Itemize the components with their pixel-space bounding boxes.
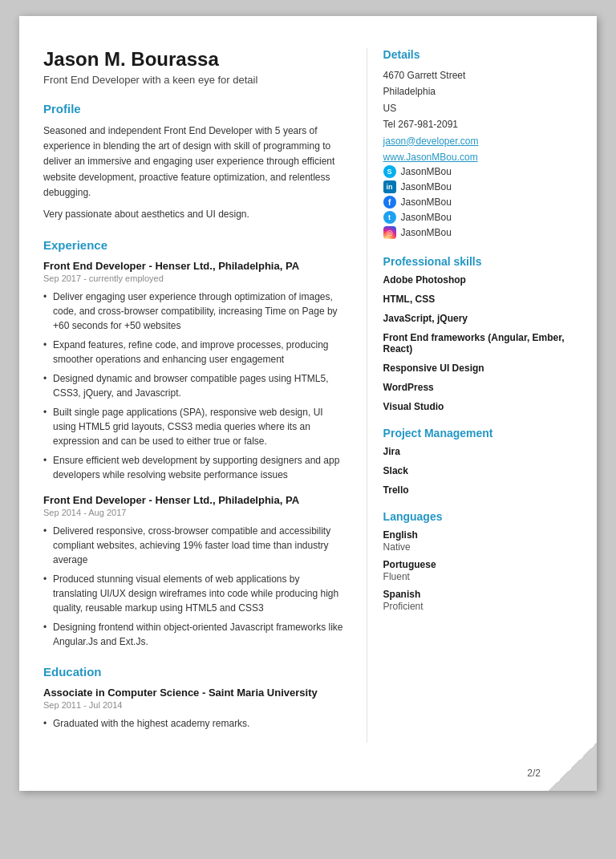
facebook-handle: JasonMBou <box>401 197 452 208</box>
applicant-tagline: Front End Developer with a keen eye for … <box>43 74 346 86</box>
pm-tool-1: Jira <box>383 446 573 457</box>
bullet: Deliver engaging user experience through… <box>43 290 346 333</box>
bullet: Designing frontend within object-oriente… <box>43 620 346 649</box>
job-2: Front End Developer - Henser Ltd., Phila… <box>43 494 346 649</box>
details-section: 4670 Garrett Street Philadelphia US Tel … <box>383 67 573 239</box>
resume-page: Jason M. Bourassa Front End Developer wi… <box>19 16 597 791</box>
education-section-title: Education <box>43 665 346 679</box>
job-1: Front End Developer - Henser Ltd., Phila… <box>43 260 346 482</box>
skill-1: Adobe Photoshop <box>383 274 573 286</box>
job-2-bullets: Delivered responsive, cross-browser comp… <box>43 524 346 649</box>
profile-section-title: Profile <box>43 102 346 115</box>
project-management-title: Project Management <box>383 427 573 440</box>
linkedin-icon: in <box>383 180 396 193</box>
professional-skills-list: Adobe Photoshop HTML, CSS JavaScript, jQ… <box>383 274 573 412</box>
skype-icon: S <box>383 165 396 178</box>
edu-1-bullets: Graduated with the highest academy remar… <box>43 716 346 731</box>
job-2-date: Sep 2014 - Aug 2017 <box>43 508 346 517</box>
skype-handle: JasonMBou <box>401 166 452 177</box>
bullet: Produced stunning visual elements of web… <box>43 572 346 615</box>
lang-1-level: Native <box>383 541 573 553</box>
address-line1: 4670 Garrett Street <box>383 67 573 83</box>
bullet: Ensure efficient web development by supp… <box>43 453 346 482</box>
education-entry-1: Associate in Computer Science - Saint Ma… <box>43 687 346 731</box>
right-column: Details 4670 Garrett Street Philadelphia… <box>367 48 573 743</box>
social-instagram: ◎ JasonMBou <box>383 226 573 239</box>
lang-2-level: Fluent <box>383 571 573 582</box>
website-link[interactable]: www.JasonMBou.com <box>383 149 573 165</box>
left-column: Jason M. Bourassa Front End Developer wi… <box>43 48 367 743</box>
profile-paragraph-2: Very passionate about aesthetics and UI … <box>43 207 346 222</box>
address-line3: US <box>383 100 573 116</box>
content-area: Jason M. Bourassa Front End Developer wi… <box>43 48 573 743</box>
social-twitter: t JasonMBou <box>383 211 573 224</box>
page-number: 2/2 <box>527 768 541 779</box>
skill-7: Visual Studio <box>383 401 573 412</box>
lang-3-name: Spanish <box>383 589 573 600</box>
social-facebook: f JasonMBou <box>383 196 573 209</box>
edu-1-degree: Associate in Computer Science - Saint Ma… <box>43 687 346 699</box>
experience-section-title: Experience <box>43 238 346 252</box>
job-1-title: Front End Developer - Henser Ltd., Phila… <box>43 260 346 272</box>
skill-6: WordPress <box>383 382 573 393</box>
bullet: Designed dynamic and browser compatible … <box>43 371 346 400</box>
facebook-icon: f <box>383 196 396 209</box>
languages-title: Languages <box>383 510 573 523</box>
lang-3-level: Proficient <box>383 601 573 612</box>
lang-1-name: English <box>383 529 573 541</box>
instagram-icon: ◎ <box>383 226 396 239</box>
phone: Tel 267-981-2091 <box>383 116 573 132</box>
skill-2: HTML, CSS <box>383 294 573 305</box>
skill-3: JavaScript, jQuery <box>383 313 573 324</box>
professional-skills-title: Professional skills <box>383 255 573 268</box>
details-section-title: Details <box>383 48 573 61</box>
skill-4: Front End frameworks (Angular, Ember, Re… <box>383 332 573 355</box>
lang-2-name: Portuguese <box>383 559 573 570</box>
pm-tool-2: Slack <box>383 465 573 476</box>
applicant-name: Jason M. Bourassa <box>43 48 346 71</box>
job-1-bullets: Deliver engaging user experience through… <box>43 290 346 482</box>
bullet: Delivered responsive, cross-browser comp… <box>43 524 346 567</box>
instagram-handle: JasonMBou <box>401 227 452 238</box>
bullet: Graduated with the highest academy remar… <box>43 716 346 731</box>
profile-paragraph-1: Seasoned and independent Front End Devel… <box>43 124 346 201</box>
skill-5: Responsive UI Design <box>383 363 573 374</box>
twitter-handle: JasonMBou <box>401 212 452 223</box>
job-1-date: Sep 2017 - currently employed <box>43 274 346 283</box>
bullet: Expand features, refine code, and improv… <box>43 338 346 367</box>
languages-list: English Native Portuguese Fluent Spanish… <box>383 529 573 612</box>
email-link[interactable]: jason@developer.com <box>383 133 573 149</box>
twitter-icon: t <box>383 211 396 224</box>
address-line2: Philadelphia <box>383 83 573 99</box>
bullet: Built single page applications (SPA), re… <box>43 405 346 448</box>
linkedin-handle: JasonMBou <box>401 181 452 192</box>
social-skype: S JasonMBou <box>383 165 573 178</box>
pm-tool-3: Trello <box>383 484 573 496</box>
project-management-list: Jira Slack Trello <box>383 446 573 496</box>
edu-1-date: Sep 2011 - Jul 2014 <box>43 700 346 710</box>
job-2-title: Front End Developer - Henser Ltd., Phila… <box>43 494 346 506</box>
social-linkedin: in JasonMBou <box>383 180 573 193</box>
